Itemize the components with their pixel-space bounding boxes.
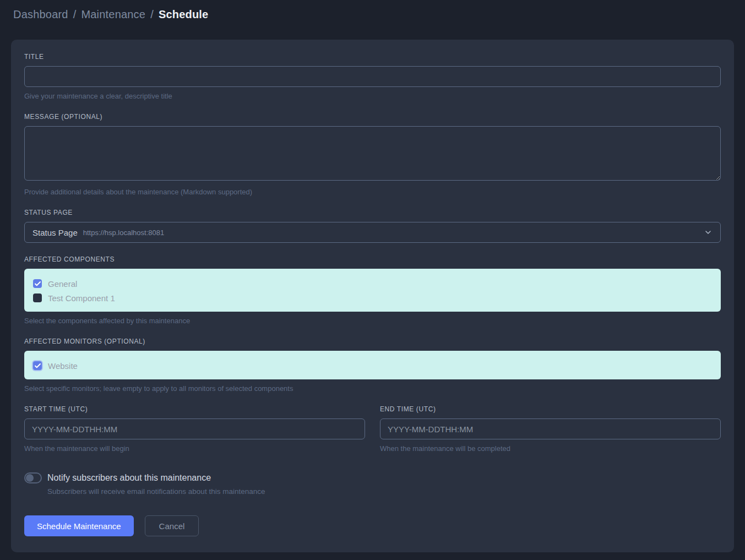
affected-components-field-group: AFFECTED COMPONENTS General Test Compone… bbox=[24, 255, 721, 325]
breadcrumb-separator: / bbox=[73, 8, 77, 21]
time-fields-row: START TIME (UTC) When the maintenance wi… bbox=[24, 405, 721, 453]
affected-components-label: AFFECTED COMPONENTS bbox=[24, 255, 721, 263]
status-page-label: STATUS PAGE bbox=[24, 209, 721, 216]
notify-subscribers-section: Notify subscribers about this maintenanc… bbox=[24, 472, 721, 496]
component-label-general: General bbox=[48, 279, 77, 289]
status-page-selected-url: https://hsp.localhost:8081 bbox=[83, 229, 164, 237]
form-actions: Schedule Maintenance Cancel bbox=[24, 515, 721, 536]
notify-subscribers-toggle[interactable] bbox=[24, 472, 42, 483]
end-time-field-group: END TIME (UTC) When the maintenance will… bbox=[380, 405, 721, 453]
end-time-label: END TIME (UTC) bbox=[380, 405, 721, 413]
start-time-label: START TIME (UTC) bbox=[24, 405, 365, 413]
breadcrumb-dashboard[interactable]: Dashboard bbox=[13, 8, 68, 21]
toggle-knob bbox=[26, 474, 34, 482]
schedule-maintenance-button[interactable]: Schedule Maintenance bbox=[24, 515, 134, 536]
notify-subscribers-label: Notify subscribers about this maintenanc… bbox=[47, 473, 211, 483]
title-helper-text: Give your maintenance a clear, descripti… bbox=[24, 92, 721, 100]
start-time-field-group: START TIME (UTC) When the maintenance wi… bbox=[24, 405, 365, 453]
checkbox-website[interactable] bbox=[33, 361, 42, 370]
monitor-option-website[interactable]: Website bbox=[33, 359, 712, 372]
message-helper-text: Provide additional details about the mai… bbox=[24, 188, 721, 196]
title-label: TITLE bbox=[24, 53, 721, 61]
affected-monitors-panel: Website bbox=[24, 351, 721, 379]
component-label-test-component-1: Test Component 1 bbox=[48, 293, 115, 303]
affected-monitors-helper-text: Select specific monitors; leave empty to… bbox=[24, 384, 721, 393]
chevron-down-icon bbox=[704, 228, 713, 237]
status-page-selected-name: Status Page bbox=[32, 228, 78, 237]
affected-monitors-label: AFFECTED MONITORS (OPTIONAL) bbox=[24, 338, 721, 345]
status-page-select[interactable]: Status Page https://hsp.localhost:8081 bbox=[24, 222, 721, 243]
checkbox-general[interactable] bbox=[33, 279, 42, 288]
message-textarea[interactable] bbox=[24, 126, 721, 181]
start-time-helper-text: When the maintenance will begin bbox=[24, 444, 365, 453]
check-icon bbox=[35, 363, 41, 368]
message-field-group: MESSAGE (OPTIONAL) Provide additional de… bbox=[24, 113, 721, 196]
affected-monitors-field-group: AFFECTED MONITORS (OPTIONAL) Website Sel… bbox=[24, 338, 721, 393]
checkbox-test-component-1[interactable] bbox=[33, 293, 42, 302]
start-time-input[interactable] bbox=[24, 418, 365, 439]
top-bar: Dashboard / Maintenance / Schedule bbox=[0, 0, 745, 29]
notify-subscribers-toggle-row[interactable]: Notify subscribers about this maintenanc… bbox=[24, 472, 721, 483]
breadcrumb-current-schedule: Schedule bbox=[159, 8, 209, 21]
affected-components-helper-text: Select the components affected by this m… bbox=[24, 317, 721, 325]
title-input[interactable] bbox=[24, 66, 721, 87]
schedule-maintenance-form-card: TITLE Give your maintenance a clear, des… bbox=[11, 40, 734, 552]
notify-subscribers-helper-text: Subscribers will receive email notificat… bbox=[47, 487, 721, 496]
end-time-helper-text: When the maintenance will be completed bbox=[380, 444, 721, 453]
component-option-test-component-1[interactable]: Test Component 1 bbox=[33, 291, 712, 305]
breadcrumb-separator: / bbox=[150, 8, 154, 21]
end-time-input[interactable] bbox=[380, 418, 721, 439]
affected-components-panel: General Test Component 1 bbox=[24, 269, 721, 312]
breadcrumb: Dashboard / Maintenance / Schedule bbox=[13, 8, 208, 21]
cancel-button[interactable]: Cancel bbox=[145, 515, 199, 536]
status-page-field-group: STATUS PAGE Status Page https://hsp.loca… bbox=[24, 209, 721, 243]
breadcrumb-maintenance[interactable]: Maintenance bbox=[81, 8, 145, 21]
monitor-label-website: Website bbox=[48, 361, 78, 371]
title-field-group: TITLE Give your maintenance a clear, des… bbox=[24, 53, 721, 100]
check-icon bbox=[35, 281, 41, 286]
component-option-general[interactable]: General bbox=[33, 277, 712, 290]
message-label: MESSAGE (OPTIONAL) bbox=[24, 113, 721, 121]
